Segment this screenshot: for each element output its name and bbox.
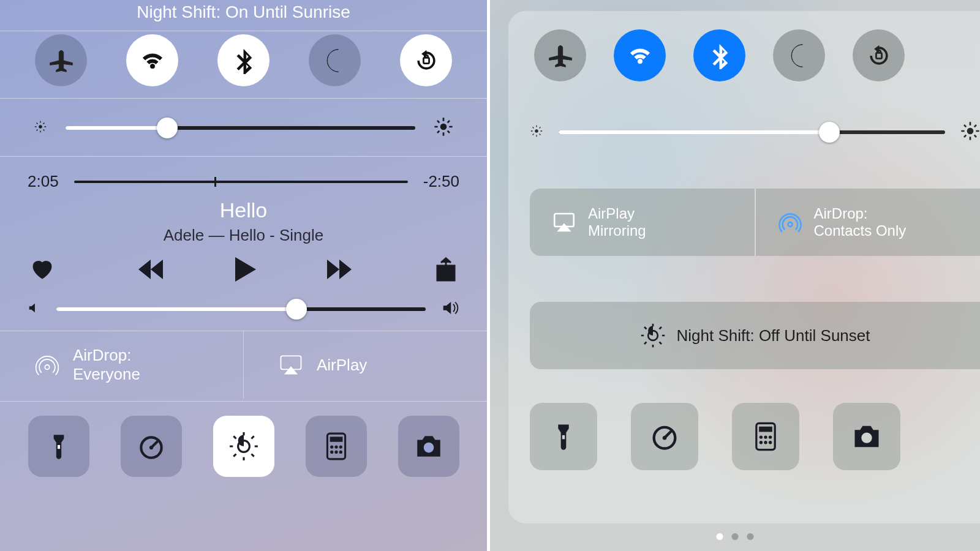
camera-button[interactable] xyxy=(398,416,459,477)
airdrop-value: Everyone xyxy=(73,365,140,384)
track-subtitle: Adele — Hello - Single xyxy=(28,226,459,245)
control-center-card: AirPlay Mirroring AirDrop: Contacts Only… xyxy=(508,11,980,523)
calculator-icon xyxy=(750,421,782,452)
airplane-mode-toggle[interactable] xyxy=(35,34,87,86)
svg-point-15 xyxy=(330,450,333,453)
track-title: Hello xyxy=(28,198,459,222)
connectivity-toggles xyxy=(508,29,980,81)
calculator-icon xyxy=(321,431,352,462)
night-shift-label: Night Shift: Off Until Sunset xyxy=(677,326,870,345)
playback-controls xyxy=(28,256,459,285)
brightness-high-icon xyxy=(960,121,980,143)
wifi-toggle[interactable] xyxy=(614,29,666,81)
brightness-slider[interactable] xyxy=(66,126,415,130)
svg-point-2 xyxy=(440,123,447,130)
moon-icon xyxy=(786,42,813,69)
airplane-icon xyxy=(48,47,75,74)
utility-shortcuts xyxy=(530,403,980,470)
svg-point-14 xyxy=(339,445,342,448)
timer-button[interactable] xyxy=(631,403,698,470)
volume-low-icon xyxy=(28,301,41,317)
control-center-ios10: AirPlay Mirroring AirDrop: Contacts Only… xyxy=(490,0,980,551)
airdrop-label: AirDrop: xyxy=(73,346,140,365)
do-not-disturb-toggle[interactable] xyxy=(773,29,825,81)
control-center-ios9: Night Shift: On Until Sunrise xyxy=(0,0,487,551)
airdrop-button[interactable]: AirDrop: Everyone xyxy=(0,331,243,399)
previous-button[interactable] xyxy=(136,257,165,284)
brightness-slider-row xyxy=(0,98,487,157)
rewind-icon xyxy=(136,257,165,282)
page-indicator[interactable] xyxy=(717,533,754,540)
svg-point-34 xyxy=(764,441,767,444)
airplay-airdrop-row: AirPlay Mirroring AirDrop: Contacts Only xyxy=(530,189,980,256)
bluetooth-icon xyxy=(230,47,257,74)
airplane-mode-toggle[interactable] xyxy=(534,29,586,81)
play-button[interactable] xyxy=(233,256,257,285)
svg-point-21 xyxy=(967,128,974,135)
calculator-button[interactable] xyxy=(732,403,799,470)
utility-shortcuts xyxy=(0,401,487,490)
timer-button[interactable] xyxy=(121,416,182,477)
airplay-mirroring-button[interactable]: AirPlay Mirroring xyxy=(530,189,755,256)
wifi-toggle[interactable] xyxy=(126,34,178,86)
airdrop-icon xyxy=(777,209,803,235)
camera-button[interactable] xyxy=(833,403,900,470)
bluetooth-toggle[interactable] xyxy=(217,34,270,86)
do-not-disturb-toggle[interactable] xyxy=(309,34,361,86)
share-button[interactable] xyxy=(435,257,456,284)
now-playing: Hello Adele — Hello - Single xyxy=(28,198,459,245)
volume-slider[interactable] xyxy=(56,307,426,311)
sharing-row: AirDrop: Everyone AirPlay xyxy=(0,331,487,399)
svg-point-13 xyxy=(334,445,337,448)
brightness-high-icon xyxy=(434,117,453,139)
svg-point-31 xyxy=(764,435,767,438)
bluetooth-toggle[interactable] xyxy=(693,29,745,81)
airplay-label2: Mirroring xyxy=(588,222,646,239)
airdrop-icon xyxy=(34,351,61,378)
play-icon xyxy=(233,256,257,283)
airplay-button[interactable]: AirPlay xyxy=(243,331,487,399)
flashlight-icon xyxy=(43,431,74,462)
remaining-time: -2:50 xyxy=(423,172,459,191)
flashlight-button[interactable] xyxy=(530,403,597,470)
volume-high-icon xyxy=(441,299,459,320)
night-shift-button[interactable] xyxy=(213,416,274,477)
svg-point-32 xyxy=(769,435,772,438)
night-shift-button[interactable]: Night Shift: Off Until Sunset xyxy=(530,302,980,369)
svg-point-1 xyxy=(39,125,42,129)
like-button[interactable] xyxy=(31,258,54,283)
flashlight-button[interactable] xyxy=(28,416,89,477)
volume-row xyxy=(28,299,459,320)
forward-icon xyxy=(325,257,354,282)
wifi-icon xyxy=(139,47,166,74)
svg-point-16 xyxy=(334,450,337,453)
page-dot xyxy=(717,533,723,540)
airplay-label1: AirPlay xyxy=(588,205,646,222)
next-button[interactable] xyxy=(325,257,354,284)
svg-point-23 xyxy=(788,222,792,227)
rotation-lock-toggle[interactable] xyxy=(853,29,905,81)
svg-rect-19 xyxy=(876,53,881,58)
rotation-lock-toggle[interactable] xyxy=(400,34,452,86)
wifi-icon xyxy=(627,42,654,69)
airdrop-label1: AirDrop: xyxy=(814,205,907,222)
svg-point-8 xyxy=(149,445,153,449)
share-icon xyxy=(435,257,456,282)
page-dot xyxy=(732,533,739,540)
rotation-lock-icon xyxy=(413,47,440,74)
elapsed-time: 2:05 xyxy=(28,172,59,191)
camera-icon xyxy=(413,431,444,462)
svg-point-30 xyxy=(760,435,763,438)
calculator-button[interactable] xyxy=(306,416,367,477)
scrubber-row: 2:05 -2:50 xyxy=(28,172,459,191)
svg-rect-11 xyxy=(330,437,342,441)
airplane-icon xyxy=(547,42,574,69)
scrubber[interactable] xyxy=(74,181,408,183)
bluetooth-icon xyxy=(706,42,733,69)
svg-rect-25 xyxy=(562,435,565,440)
airdrop-button[interactable]: AirDrop: Contacts Only xyxy=(755,189,981,256)
brightness-slider-row xyxy=(530,121,980,143)
moon-icon xyxy=(322,47,349,74)
brightness-slider[interactable] xyxy=(559,130,945,134)
airdrop-label2: Contacts Only xyxy=(814,222,907,239)
